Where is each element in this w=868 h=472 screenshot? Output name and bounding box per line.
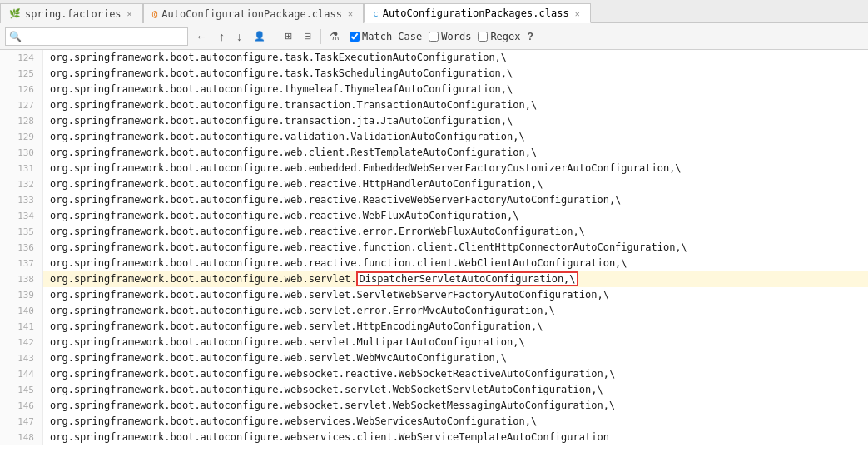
words-text: Words [441,31,471,42]
words-checkbox[interactable] [429,32,439,42]
tab-spring-factories[interactable]: 🌿 spring.factories ✕ [0,3,143,23]
match-case-text: Match Case [362,31,422,42]
table-row: 130org.springframework.boot.autoconfigur… [0,145,868,161]
line-number: 131 [0,161,43,176]
table-row: 144org.springframework.boot.autoconfigur… [0,366,868,382]
line-number: 134 [0,208,43,224]
line-number: 126 [0,82,43,97]
regex-label[interactable]: Regex [478,31,520,42]
line-content: org.springframework.boot.autoconfigure.w… [43,192,868,208]
line-number: 127 [0,97,43,113]
search-icon: 🔍 [9,31,22,42]
table-row: 139org.springframework.boot.autoconfigur… [0,287,868,303]
line-content: org.springframework.boot.autoconfigure.w… [43,256,868,271]
line-content: org.springframework.boot.autoconfigure.w… [43,271,868,287]
regex-text: Regex [490,31,520,42]
table-row: 136org.springframework.boot.autoconfigur… [0,240,868,256]
search-input[interactable] [24,31,182,42]
code-area: 124org.springframework.boot.autoconfigur… [0,50,868,472]
tools-button-1[interactable]: ⊞ [280,27,296,46]
table-row: 143org.springframework.boot.autoconfigur… [0,350,868,366]
table-row: 128org.springframework.boot.autoconfigur… [0,113,868,129]
line-number: 125 [0,66,43,82]
regex-checkbox[interactable] [478,32,488,42]
tab-autoconfig-packages-close[interactable]: ✕ [573,8,582,19]
class-icon-2: c [373,8,379,19]
navigate-down-button[interactable]: ↓ [232,27,246,46]
line-number: 148 [0,430,43,445]
line-content: org.springframework.boot.autoconfigure.w… [43,398,868,414]
line-content: org.springframework.boot.autoconfigure.w… [43,287,868,303]
table-row: 124org.springframework.boot.autoconfigur… [0,50,868,66]
line-number: 142 [0,335,43,350]
line-content: org.springframework.boot.autoconfigure.w… [43,366,868,382]
line-number: 129 [0,129,43,145]
table-row: 148org.springframework.boot.autoconfigur… [0,430,868,445]
table-row: 135org.springframework.boot.autoconfigur… [0,224,868,240]
line-number: 133 [0,192,43,208]
tab-bar: 🌿 spring.factories ✕ @ AutoConfiguration… [0,0,868,23]
line-number: 135 [0,224,43,240]
match-case-checkbox[interactable] [350,32,360,42]
tab-autoconfig-packages-label: AutoConfigurationPackages.class [383,7,569,19]
table-row: 140org.springframework.boot.autoconfigur… [0,303,868,319]
table-row: 129org.springframework.boot.autoconfigur… [0,129,868,145]
table-row: 126org.springframework.boot.autoconfigur… [0,82,868,97]
line-content: org.springframework.boot.autoconfigure.w… [43,350,868,366]
line-number: 145 [0,382,43,398]
line-content: org.springframework.boot.autoconfigure.w… [43,335,868,350]
divider-1 [275,29,275,44]
tab-autoconfig-packages[interactable]: c AutoConfigurationPackages.class ✕ [364,3,591,23]
match-case-label[interactable]: Match Case [350,31,422,42]
table-row: 134org.springframework.boot.autoconfigur… [0,208,868,224]
line-content: org.springframework.boot.autoconfigure.w… [43,145,868,161]
line-number: 140 [0,303,43,319]
table-row: 127org.springframework.boot.autoconfigur… [0,97,868,113]
words-label[interactable]: Words [429,31,471,42]
table-row: 141org.springframework.boot.autoconfigur… [0,319,868,335]
table-row: 131org.springframework.boot.autoconfigur… [0,161,868,176]
table-row: 132org.springframework.boot.autoconfigur… [0,176,868,192]
line-content: org.springframework.boot.autoconfigure.w… [43,430,868,445]
line-content: org.springframework.boot.autoconfigure.w… [43,414,868,430]
tab-spring-factories-close[interactable]: ✕ [126,8,134,19]
line-content: org.springframework.boot.autoconfigure.w… [43,161,868,176]
line-number: 128 [0,113,43,129]
line-number: 136 [0,240,43,256]
class-icon-1: @ [152,8,158,19]
table-row: 142org.springframework.boot.autoconfigur… [0,335,868,350]
line-content: org.springframework.boot.autoconfigure.t… [43,50,868,66]
help-button[interactable]: ? [524,30,537,43]
divider-2 [320,29,321,44]
line-number: 124 [0,50,43,66]
line-number: 141 [0,319,43,335]
find-usages-button[interactable]: 👤 [250,27,270,46]
line-number: 137 [0,256,43,271]
table-row: 133org.springframework.boot.autoconfigur… [0,192,868,208]
line-number: 132 [0,176,43,192]
line-number: 143 [0,350,43,366]
line-content: org.springframework.boot.autoconfigure.w… [43,240,868,256]
tab-autoconfig-package[interactable]: @ AutoConfigurationPackage.class ✕ [143,3,364,23]
search-bar: 🔍 ← ↑ ↓ 👤 ⊞ ⊟ ⚗ Match Case Words Regex ? [0,23,868,50]
table-row: 146org.springframework.boot.autoconfigur… [0,398,868,414]
filter-button[interactable]: ⚗ [326,28,343,44]
navigate-up-button[interactable]: ↑ [215,27,229,46]
line-content: org.springframework.boot.autoconfigure.w… [43,176,868,192]
line-content: org.springframework.boot.autoconfigure.w… [43,382,868,398]
navigate-back-button[interactable]: ← [191,27,211,46]
line-number: 146 [0,398,43,414]
line-content: org.springframework.boot.autoconfigure.w… [43,303,868,319]
tools-button-2[interactable]: ⊟ [300,27,315,46]
line-content: org.springframework.boot.autoconfigure.t… [43,82,868,97]
line-content: org.springframework.boot.autoconfigure.t… [43,97,868,113]
line-number: 138 [0,271,43,287]
line-content: org.springframework.boot.autoconfigure.t… [43,66,868,82]
table-row: 138org.springframework.boot.autoconfigur… [0,271,868,287]
line-number: 130 [0,145,43,161]
tab-autoconfig-package-close[interactable]: ✕ [346,8,355,19]
spring-icon: 🌿 [9,8,21,19]
table-row: 147org.springframework.boot.autoconfigur… [0,414,868,430]
search-input-wrap[interactable]: 🔍 [5,27,188,46]
tab-autoconfig-package-label: AutoConfigurationPackage.class [161,8,342,20]
